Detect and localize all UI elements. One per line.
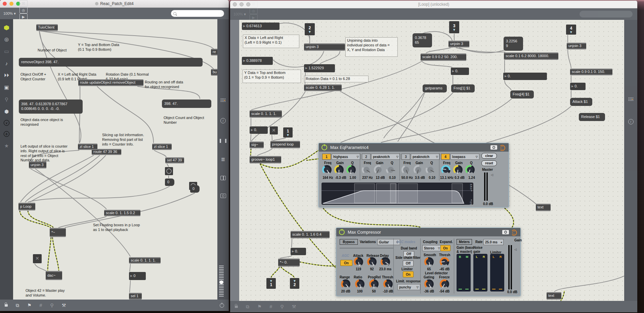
comp-limiter-on-button[interactable]: On: [403, 271, 414, 277]
comp-rate-value[interactable]: 25.0 ms◂: [483, 239, 504, 245]
video-icon[interactable]: ⏵⏵: [0, 72, 13, 78]
search-input[interactable]: [579, 11, 633, 17]
index-box-2[interactable]: ▼2: [290, 278, 299, 289]
comment-left-output-of-slice-is-coun[interactable]: Left output of slice is counter info. Ri…: [20, 144, 84, 163]
object-box-text[interactable]: text: [536, 204, 551, 211]
eq-reset-button[interactable]: reset: [481, 160, 497, 166]
eq-band-1-enable[interactable]: 1: [322, 154, 331, 160]
index-box-1[interactable]: 1▼: [283, 127, 293, 138]
inspector-icon[interactable]: i: [220, 118, 226, 123]
comp-range-knob[interactable]: [341, 279, 350, 289]
presentation-mode-icon[interactable]: ⚑: [257, 304, 262, 309]
number-box-0-388978[interactable]: ▶0.388978: [242, 57, 273, 65]
toggle-box-box[interactable]: ✕: [33, 254, 42, 263]
image-icon[interactable]: ▣: [0, 84, 13, 90]
comp-limit-response-dropdown[interactable]: punchy▽: [397, 284, 420, 290]
index-box-4[interactable]: 4▼: [566, 25, 576, 35]
presentation-layers-icon[interactable]: ⧉: [16, 303, 19, 308]
comp-release-knob[interactable]: [367, 257, 377, 267]
favorites-icon[interactable]: ★: [0, 143, 13, 149]
button-box-icon[interactable]: ◎: [19, 7, 28, 13]
search-input[interactable]: [171, 10, 224, 17]
tools-icon[interactable]: ⚒: [62, 303, 66, 308]
vimeo-icon[interactable]: v: [4, 120, 9, 126]
object-box-text[interactable]: text: [547, 292, 561, 300]
comment-box-x-data-left-and-right-left-0[interactable]: X Data = Left and Right (Left = 0.9 Righ…: [243, 35, 299, 48]
comment-object-on-off-object-counter[interactable]: Object On/Off + Object Counter: [20, 72, 56, 82]
lock-icon[interactable]: [5, 304, 8, 307]
right-patcher-canvas[interactable]: Max EqParametric4 1highpass▽FreqGainQ164…: [239, 20, 624, 301]
comment-set-floating-boxes-in-p-loop[interactable]: Set Floating boxes in p Loop as 1 to sta…: [93, 223, 158, 232]
object-box-unjoin-3[interactable]: unjoin 3: [448, 41, 469, 47]
comp-freeze-knob[interactable]: [440, 279, 449, 289]
eq-band-3-freq-knob[interactable]: [401, 165, 411, 174]
object-box-scale-0-6-28-1-1[interactable]: scale 0. 6.28 1. 1.: [304, 84, 342, 91]
button-box-icon[interactable]: ◎: [250, 7, 258, 14]
index-box-2[interactable]: 2▼: [305, 23, 315, 35]
object-box-0[interactable]: *~ 0.: [278, 259, 300, 267]
object-box-route-updateobject-removeobj[interactable]: route updateObject removeObject: [78, 79, 143, 86]
zoom-selector[interactable]: 100% ▾: [233, 12, 246, 16]
eq-band-1-q-knob[interactable]: [346, 165, 356, 174]
comment-number-of-object[interactable]: Number of Object: [38, 48, 78, 53]
message-box-freq-4-1[interactable]: Freq[4] $1: [510, 90, 534, 99]
index-box-1[interactable]: ▼1: [266, 278, 276, 289]
comp-coupling-dropdown[interactable]: Stereo▽: [422, 245, 442, 251]
comp-thresh-knob[interactable]: [383, 279, 393, 289]
eq-band-1-type-dropdown[interactable]: highpass▽: [332, 154, 360, 160]
sidepanel-icon[interactable]: [220, 139, 226, 143]
object-box-bu[interactable]: bu: [211, 69, 217, 76]
message-box-398-47[interactable]: 398. 47.: [162, 100, 211, 108]
list-icon[interactable]: ≣: [217, 156, 229, 162]
presentation-layers-icon[interactable]: ⧉: [246, 304, 249, 310]
message-box-3-2256-9[interactable]: 3.2256 9: [504, 37, 523, 51]
number-box-0[interactable]: ▶0.: [291, 248, 306, 255]
comp-gain-handle[interactable]: ◁: [514, 248, 517, 251]
eq-band-2-enable[interactable]: 2: [362, 154, 371, 160]
comment-object-count-and-object-numb[interactable]: Object Count and Object Number: [164, 116, 217, 125]
object-box-unjoin-3[interactable]: unjoin 3: [29, 161, 46, 168]
object-box-zl-slice-1[interactable]: zl slice 1: [152, 144, 172, 150]
camera-icon[interactable]: [490, 145, 497, 150]
comp-meters-button[interactable]: Meters: [457, 239, 472, 245]
eq-band-4-gain-knob[interactable]: [453, 165, 463, 174]
plug-icon[interactable]: ⬢: [0, 109, 13, 115]
comp-gating-knob[interactable]: [424, 279, 434, 289]
eq-band-1-freq-knob[interactable]: [322, 165, 332, 174]
comp-smooth-coupling-knob[interactable]: [424, 257, 434, 267]
object-box-box[interactable]: *~: [50, 228, 66, 237]
blog-icon[interactable]: b: [4, 131, 9, 137]
number-box-1-522929[interactable]: ▶1.522929: [304, 64, 335, 72]
message-box-release-1[interactable]: Release $1: [579, 113, 605, 121]
object-box-dac[interactable]: dac~: [46, 271, 62, 280]
comp-side-chain-off-button[interactable]: Off: [403, 261, 414, 266]
object-box-unjoin-3[interactable]: unjoin 3: [567, 43, 586, 49]
comp-thresh-coupling-knob[interactable]: [440, 257, 449, 267]
comp-ratio-knob[interactable]: [355, 279, 364, 289]
eq-band-1-gain-knob[interactable]: [334, 165, 344, 174]
target-icon[interactable]: ◎: [0, 36, 13, 42]
index-box-3[interactable]: 3▼: [449, 21, 459, 33]
object-box-scale-0-9-0-1-0-150[interactable]: scale 0.9 0.1 0. 150.: [570, 69, 612, 75]
object-box-sig[interactable]: sig~: [250, 142, 264, 148]
grid-snap-icon[interactable]: #: [270, 304, 272, 309]
comment-box-unjoining-data-into-individu[interactable]: Unjoining data into individual pieces of…: [345, 37, 398, 57]
camera-icon[interactable]: [502, 230, 509, 234]
object-box-scale-0-9-0-2-50-200[interactable]: scale 0.9 0.2 50. 200.: [421, 53, 466, 61]
number-box-0[interactable]: 0: [165, 179, 174, 186]
comp-delay-knob[interactable]: [381, 257, 390, 267]
comp-expand-on-button[interactable]: On: [440, 245, 450, 251]
comp-attack-knob[interactable]: [354, 257, 363, 267]
inspector-icon[interactable]: i: [628, 119, 634, 124]
eq-band-2-type-dropdown[interactable]: peaknotch▽: [371, 154, 400, 160]
object-box-scale-0-1-1-1[interactable]: scale 0. 1. 1. 1.: [250, 110, 282, 118]
eq-response-graph[interactable]: 2418126-6-12-18-24: [321, 183, 473, 205]
object-box-sel-47-39[interactable]: sel 47 39: [165, 157, 184, 163]
object-box-route-47-39-36[interactable]: route 47 39 36: [92, 149, 121, 155]
audio-power-icon[interactable]: [220, 303, 224, 308]
toggle-box-icon[interactable]: ☒: [19, 0, 28, 7]
eq-master-fader[interactable]: [484, 172, 488, 201]
attachment-icon[interactable]: ⚲: [0, 96, 13, 103]
comment-y-top-and-bottom-data-0-1-to[interactable]: Y = Top and Bottom Data (0.1 Top 0.9 Bot…: [78, 43, 135, 52]
comment-box-y-data-top-and-bottom-0-1-to[interactable]: Y Data = Top and Bottom (0.1 = Top 0.9 =…: [243, 70, 301, 83]
